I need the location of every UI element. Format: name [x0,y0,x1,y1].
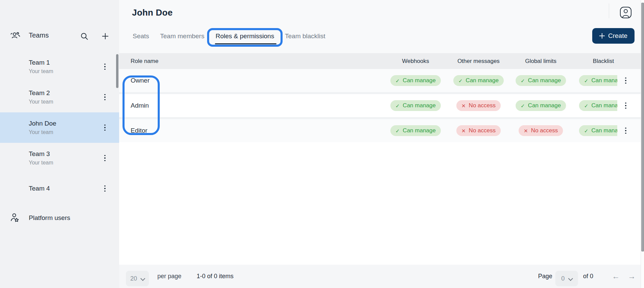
tab-roles-permissions[interactable]: Roles & permissions [216,32,274,40]
per-page-label: per page [157,265,181,288]
previous-page-arrow-icon[interactable]: ← [612,265,620,288]
page-number-value: 0 [561,275,564,282]
team-list: Team 1 Your team Team 2 Your team John D… [0,51,119,204]
x-icon: ✕ [462,128,466,133]
page-size-value: 20 [130,275,137,282]
page-title: John Doe [132,7,173,18]
role-name-cell: Editor [131,127,148,134]
col-global-limits: Global limits [525,58,557,65]
platform-users-item[interactable]: Platform users [0,204,119,232]
header-divider [609,3,609,18]
search-icon[interactable] [80,32,89,41]
create-button-label: Create [608,32,627,40]
teams-sidebar: Teams Team 1 Your team Team 2 Your team … [0,0,119,288]
create-button[interactable]: Create [592,28,635,44]
plus-icon [599,33,605,39]
role-name-cell: Admin [131,102,149,109]
tab-team-blacklist[interactable]: Team blacklist [285,32,325,40]
teams-group-icon [10,31,20,41]
row-menu-kebab-icon[interactable] [623,76,628,85]
team-list-item-selected[interactable]: John Doe Your team [0,112,119,143]
page-scrollbar-thumb[interactable] [641,3,644,251]
check-icon: ✓ [396,103,400,108]
check-icon: ✓ [521,103,525,108]
col-other-messages: Other messages [458,58,500,65]
sidebar-header: Teams [0,28,119,44]
team-list-item[interactable]: Team 3 Your team [0,143,119,173]
team-menu-kebab-icon[interactable] [103,93,107,102]
col-role-name: Role name [131,58,158,65]
team-list-item[interactable]: Team 2 Your team [0,82,119,112]
page-of-label: of 0 [583,265,593,288]
table-row: Owner ✓Can manage ✓Can manage ✓Can manag… [119,69,641,92]
team-menu-kebab-icon[interactable] [103,154,107,162]
team-menu-kebab-icon[interactable] [103,184,107,193]
permission-badge: ✓Can manage [516,75,566,86]
page-size-select[interactable]: 20 [126,271,149,286]
x-icon: ✕ [524,128,528,133]
permission-badge: ✓Can manage [391,75,441,86]
permission-badge: ✕No access [457,100,501,111]
row-menu-kebab-icon[interactable] [623,126,628,135]
table-row: Admin ✓Can manage ✕No access ✓Can manage… [119,94,641,117]
page-number-select[interactable]: 0 [555,271,578,286]
permission-badge-clipped: ✓Can manage [579,100,617,111]
page-scrollbar[interactable] [641,0,644,288]
roles-table: Role name Webhooks Other messages Global… [119,53,641,265]
sidebar-scrollbar[interactable] [116,54,118,88]
check-icon: ✓ [584,78,589,83]
permission-badge: ✓Can manage [516,100,566,111]
table-header-row: Role name Webhooks Other messages Global… [119,53,641,69]
permission-badge-clipped: ✓Can manage [579,75,617,86]
page-label: Page [538,265,552,288]
permission-badge: ✕No access [519,125,563,136]
main-content: John Doe Seats Team members Roles & perm… [119,0,641,288]
check-icon: ✓ [584,103,589,108]
active-tab-underline [215,43,276,44]
next-page-arrow-icon[interactable]: → [628,265,636,288]
check-icon: ✓ [459,78,463,83]
tab-seats[interactable]: Seats [133,32,149,40]
check-icon: ✓ [521,78,525,83]
permission-badge: ✓Can manage [453,75,504,86]
add-team-button[interactable] [101,32,110,41]
tab-team-members[interactable]: Team members [160,32,204,40]
check-icon: ✓ [584,128,589,133]
chevron-down-icon [569,277,572,280]
permission-badge: ✓Can manage [391,125,441,136]
col-blacklist: Blacklist [593,58,614,65]
pagination-bar: 20 per page 1-0 of 0 items Page 0 of 0 ←… [119,265,641,288]
permission-badge: ✓Can manage [391,100,441,111]
table-row: Editor ✓Can manage ✕No access ✕No access… [119,119,641,142]
team-list-item[interactable]: Team 1 Your team [0,51,119,82]
plus-icon [101,32,110,41]
chevron-down-icon [141,277,145,280]
team-menu-kebab-icon[interactable] [103,123,107,132]
team-list-item[interactable]: Team 4 [0,173,119,204]
user-avatar-icon[interactable] [619,6,632,19]
x-icon: ✕ [462,103,466,108]
col-webhooks: Webhooks [402,58,429,65]
sidebar-title: Teams [29,31,49,39]
check-icon: ✓ [396,128,400,133]
platform-users-label: Platform users [29,214,70,222]
permission-badge: ✕No access [457,125,501,136]
permission-badge-clipped: ✓Can manage [579,125,617,136]
platform-user-star-icon [10,213,20,223]
role-name-cell: Owner [131,77,150,84]
row-menu-kebab-icon[interactable] [623,101,628,110]
items-count-label: 1-0 of 0 items [197,265,234,288]
team-menu-kebab-icon[interactable] [103,62,107,71]
check-icon: ✓ [396,78,400,83]
